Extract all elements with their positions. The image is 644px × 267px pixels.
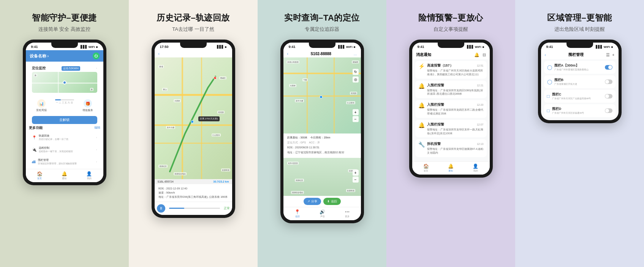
- phone4-alert4-time: 12:13: [477, 143, 484, 145]
- phone4-alert-2[interactable]: 🔔 入围栏报警 12:20 报警地址：广东省深圳市龙岗区东环二路,全楼代理 楼点…: [415, 100, 487, 118]
- phone3-datetime-row: 时间：2020/08/26 11:30:51: [287, 146, 357, 149]
- fence1-toggle[interactable]: [605, 79, 612, 84]
- phone2-info-bar: S16L-655724 30.7/23.2 km: [155, 179, 232, 184]
- phone3-map-locate[interactable]: ◎: [353, 76, 359, 83]
- fence3-sub: 广东省广州市天河区祈福通46号: [552, 111, 603, 115]
- phone1-report-service[interactable]: 📊 里程周报: [36, 99, 47, 112]
- phone3-maplabel-b5: 清湖综合电站: [291, 191, 304, 194]
- fence2-toggle[interactable]: [605, 94, 612, 99]
- phone3-map-bottom: 龙华·花里里 滨湖综合 清湖社区 金源科技 清湖综合电站 + −: [283, 158, 361, 196]
- phone4-header: 消息通知 🔔 ⊟: [412, 50, 490, 59]
- phone3-nav-more[interactable]: ⋯ 更多: [345, 209, 350, 218]
- phone4-alert4-icon: 🔧: [418, 141, 425, 148]
- phone3-maplabel6: 仁山智水: [346, 101, 355, 104]
- phone4-nav-home-label: 首页: [424, 169, 428, 173]
- phone5-fence-1[interactable]: ◯ 围栏B 广东省黄埔区开拓大道: [544, 75, 616, 88]
- phone1-map: 路 路: [32, 72, 97, 93]
- phone3-maplabel-b4: 金源科技: [346, 189, 355, 192]
- phone1-device-name: 设备名称 ›: [30, 53, 49, 59]
- user-icon: 👤: [86, 171, 92, 176]
- phone2-map: 黄埔 增城区 黄山 大郡村 花花园 吴中大楼 仁山智水 距离 2755天次第1 …: [155, 57, 232, 179]
- fence3-square-icon: □: [547, 108, 550, 113]
- fence1-sub: 广东省黄埔区开拓大道: [554, 83, 603, 86]
- phone3-map-refresh[interactable]: ↻: [353, 69, 359, 75]
- phone3-nav-track[interactable]: 📍 追踪: [294, 209, 300, 218]
- phone1-loc-header: 定位监控 运动 52KM/H ›: [32, 66, 97, 71]
- phone1-edit-btn[interactable]: 编辑: [94, 126, 100, 130]
- phone1-nav-profile[interactable]: 👤 我的: [86, 171, 92, 180]
- phone3-more-btn[interactable]: …: [354, 52, 357, 56]
- phone1-nav-profile-label: 我的: [87, 177, 92, 180]
- phone1-nav: 🏠 首页 🔔 通知 👤 我的: [26, 169, 103, 182]
- phone4-nav-home[interactable]: 🏠 首页: [423, 164, 429, 173]
- phone1-report-label: 里程周报: [36, 108, 47, 112]
- phone5-fence-3[interactable]: □ 围栏D 广东省广州市天河区祈福通46号: [544, 104, 616, 117]
- phone3-back-btn[interactable]: ‹: [287, 52, 288, 56]
- phone3-map2-minus[interactable]: −: [353, 176, 359, 183]
- phone3-datetime: 时间：2020/08/26 11:30:51: [287, 146, 320, 149]
- panel4-subtitle: 自定义事项提醒: [434, 26, 468, 33]
- phone1-map-dot: [63, 81, 66, 84]
- phone2-play-btn[interactable]: ⏸: [157, 204, 165, 213]
- phone4-nav-notify[interactable]: 🔔 通知: [448, 164, 454, 173]
- phone2-back-btn[interactable]: ‹: [158, 52, 160, 56]
- phone1-vip-service[interactable]: 🎁 增值服务: [82, 99, 93, 112]
- phone1-feature-remote[interactable]: 🔌 远程控制 远程指令一键下发，实现远程锁控 ›: [29, 144, 100, 155]
- panel5-title: 区域管理–更智能: [547, 12, 612, 24]
- phone2-label9: 金源科技: [221, 168, 230, 172]
- phone3-nav-sound[interactable]: 🔊 声音: [320, 209, 325, 218]
- phone2-location: 地址：广东省东莞市G94(珠三角环线高速), 公路东南 166米: [158, 195, 228, 199]
- phone1-unlock-btn[interactable]: 去解锁: [32, 116, 97, 124]
- add-icon[interactable]: +: [612, 52, 614, 57]
- phone2-label2: 增城区: [219, 76, 226, 79]
- phone5-notch: [566, 43, 593, 48]
- fence0-toggle[interactable]: [605, 65, 612, 70]
- phone3-map2-plus[interactable]: +: [353, 170, 359, 176]
- phone4-nav-notify-label: 通知: [448, 169, 453, 173]
- phone4-alert0-content: 高速报警（157） 12:51 报警地址：广东省广州市天河区燕岭大道西邓邦南 南…: [427, 63, 484, 76]
- phone1-nav-notify[interactable]: 🔔 通知: [62, 171, 67, 180]
- phone3-map-zoom-out[interactable]: −: [353, 116, 359, 122]
- phone1-nav-home[interactable]: 🏠 首页: [37, 171, 43, 180]
- phone1-track-icon: 📍: [32, 135, 36, 140]
- phone4-alert-1[interactable]: 🔔 入围栏报警 12:21 报警地址：广东省深圳市龙岗区S360(布龙路)深圳 …: [415, 81, 487, 99]
- phone2-status: 正常: [224, 206, 230, 210]
- phone1-remote-chevron: ›: [96, 148, 97, 151]
- phone2-route-label: 距离 2755天次第1: [198, 116, 220, 121]
- phone5-header-icons: ☰ +: [606, 52, 614, 57]
- bell-nav4-icon: 🔔: [448, 164, 454, 169]
- fence1-title: 围栏B: [554, 78, 603, 83]
- phone2-progress[interactable]: [169, 208, 220, 209]
- phone3-track-btn[interactable]: ⬇ 追踪: [323, 198, 341, 205]
- phone4-alert3-content: 入围栏报警 12:07 报警地址：广东省深圳市龙华区东环一路,天虹商场 (东环店…: [427, 122, 484, 135]
- phone4-alert-3[interactable]: 🔔 入围栏报警 12:07 报警地址：广东省深圳市龙华区东环一路,天虹商场 (东…: [415, 120, 487, 138]
- filter-icon[interactable]: ⊟: [483, 52, 486, 57]
- phone2-label5: 花花园: [217, 111, 225, 114]
- panel5-subtitle: 进出危险区域 时刻提醒: [554, 26, 605, 33]
- phone1-power-icon[interactable]: ⏻: [93, 52, 100, 59]
- bell-icon: 🔔: [62, 171, 67, 176]
- phone1-feature-track[interactable]: 📍 轨迹回放 历史行驶记录，去哪一目了然 ›: [29, 132, 100, 143]
- phone3-share-btn[interactable]: ↗ 分享: [304, 198, 321, 205]
- fence3-toggle[interactable]: [605, 108, 612, 113]
- phone4-alert4-title: 拆机报警: [427, 141, 441, 146]
- phone5-header-title: 围栏管理: [568, 52, 584, 57]
- phone1-mockup: 9:41 ▋▋▋ WiFi ■ 设备名称 › ⏻ 定位监控 运动 52KM/H …: [23, 40, 106, 185]
- list-icon[interactable]: ☰: [606, 52, 610, 57]
- phone1-feature-fence[interactable]: 🏙 围栏管理 区域设定到警管理，进出区域触发报警 ›: [29, 156, 100, 167]
- phone3-map: 滨湖人民医院 观城苑 大郡村 花花园 吴中大楼 仁山智水 下图 ↻ ◎ + −: [283, 57, 361, 134]
- phone4-alert4-header: 拆机报警 12:13: [427, 141, 484, 146]
- home-nav4-icon: 🏠: [423, 164, 429, 169]
- phone5-fence-0[interactable]: ◯ 围栏A【300m】 广东省广州市黄埔区莲塘路番禺山: [544, 61, 616, 74]
- phone4-nav-profile[interactable]: 👤 我的: [473, 164, 478, 173]
- bell-header-icon[interactable]: 🔔: [474, 52, 479, 57]
- phone4-alert-0[interactable]: ⚡ 高速报警（157） 12:51 报警地址：广东省广州市天河区燕岭大道西邓邦南…: [415, 61, 487, 79]
- phone5-back-btn[interactable]: ‹: [545, 53, 546, 57]
- phone4-alert0-desc: 报警地址：广东省广州市天河区燕岭大道西邓邦南 南1，第四建筑工程公司第六公司西北…: [427, 69, 484, 76]
- phone4-alert-4[interactable]: 🔧 拆机报警 12:13 报警地址：广东省深圳市龙华区德莱路97-4,迪柏文 创…: [415, 139, 487, 157]
- phone3-nav-sound-label: 声音: [320, 215, 325, 218]
- phone5-fence-2[interactable]: □ 围栏C 广东省广州市天河区广汕路益田路98号: [544, 90, 616, 103]
- phone4-alert2-header: 入围栏报警 12:20: [427, 102, 484, 107]
- phone3-map-zoom-in[interactable]: +: [353, 109, 359, 115]
- phone1-services: 📊 里程周报 一 二 三 五 六 日 🎁 增值服务: [29, 97, 100, 114]
